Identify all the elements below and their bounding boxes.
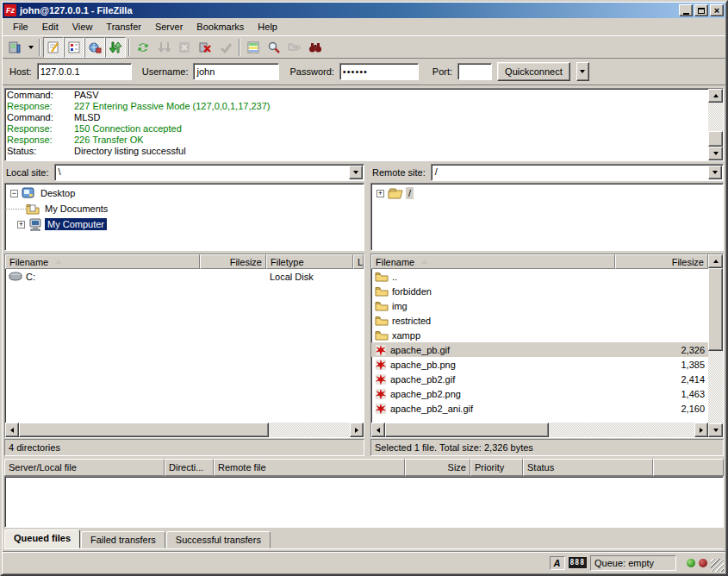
close-button[interactable]: × xyxy=(710,4,724,16)
password-label: Password: xyxy=(289,66,333,77)
remote-file-row[interactable]: img xyxy=(371,298,708,313)
cancel-operation-button[interactable] xyxy=(174,37,195,58)
scroll-left-button[interactable] xyxy=(5,423,19,437)
scrollbar-track[interactable] xyxy=(269,423,350,437)
menu-bookmarks[interactable]: Bookmarks xyxy=(190,20,251,34)
quickconnect-dropdown[interactable] xyxy=(576,62,589,81)
log-vertical-scrollbar[interactable] xyxy=(708,89,723,160)
menu-file[interactable]: File xyxy=(6,20,35,34)
port-input[interactable] xyxy=(457,63,492,80)
local-list-header: Filename Filesize Filetype L xyxy=(5,254,364,269)
tab-queued-files[interactable]: Queued files xyxy=(4,529,80,548)
site-manager-button[interactable] xyxy=(4,37,25,58)
toggle-transfer-queue-button[interactable] xyxy=(105,37,126,58)
column-header-filename[interactable]: Filename xyxy=(371,254,615,269)
scroll-left-button[interactable] xyxy=(371,423,385,437)
local-site-combobox[interactable]: \ xyxy=(54,164,364,181)
scroll-right-button[interactable] xyxy=(350,423,364,437)
filter-button[interactable] xyxy=(305,37,326,58)
column-header-direction[interactable]: Directi... xyxy=(165,459,214,476)
maximize-button[interactable] xyxy=(694,4,708,16)
menu-edit[interactable]: Edit xyxy=(35,20,65,34)
remote-file-row[interactable]: forbidden xyxy=(371,284,708,298)
process-queue-button[interactable] xyxy=(153,37,174,58)
collapse-icon[interactable]: − xyxy=(10,190,18,197)
refresh-button[interactable] xyxy=(133,37,153,58)
expand-icon[interactable]: + xyxy=(17,221,25,229)
column-header-status[interactable]: Status xyxy=(523,459,653,476)
scrollbar-thumb[interactable] xyxy=(708,268,723,351)
username-input[interactable] xyxy=(193,63,279,80)
log-line: Response:226 Transfer OK xyxy=(7,135,706,146)
find-files-button[interactable] xyxy=(264,37,284,58)
local-pane: Local site: \ − Desktop My Documents xyxy=(4,164,364,456)
password-input[interactable] xyxy=(339,63,419,80)
host-input[interactable] xyxy=(37,63,132,80)
expand-icon[interactable]: + xyxy=(376,190,384,197)
scrollbar-track[interactable] xyxy=(708,103,723,131)
tree-item-my-documents[interactable]: My Documents xyxy=(5,201,364,216)
column-header-filename[interactable]: Filename xyxy=(5,254,200,269)
reconnect-button[interactable] xyxy=(215,37,236,58)
site-manager-dropdown[interactable] xyxy=(25,37,36,58)
tab-failed-transfers[interactable]: Failed transfers xyxy=(81,531,165,548)
chevron-down-icon xyxy=(353,171,358,174)
remote-file-row-selected[interactable]: apache_pb.gif 2,326 xyxy=(371,342,708,357)
disconnect-button[interactable] xyxy=(195,37,215,58)
scroll-right-button[interactable] xyxy=(694,423,708,437)
column-header-remote-file[interactable]: Remote file xyxy=(214,459,405,476)
column-header-size[interactable]: Size xyxy=(405,459,470,476)
tab-successful-transfers[interactable]: Successful transfers xyxy=(166,531,271,548)
process-queue-icon xyxy=(157,41,171,54)
scrollbar-thumb[interactable] xyxy=(385,423,549,437)
combo-dropdown-button[interactable] xyxy=(708,166,722,179)
tree-item-root[interactable]: + / xyxy=(371,185,723,201)
remote-file-row[interactable]: .. xyxy=(371,269,708,284)
combo-dropdown-button[interactable] xyxy=(349,166,363,179)
toggle-local-tree-button[interactable] xyxy=(64,37,84,58)
scrollbar-track[interactable] xyxy=(549,423,694,437)
menu-help[interactable]: Help xyxy=(251,20,284,34)
quickconnect-button[interactable]: Quickconnect xyxy=(497,62,570,81)
remote-file-row[interactable]: xampp xyxy=(371,328,708,342)
scrollbar-thumb[interactable] xyxy=(19,423,269,437)
scroll-up-button[interactable] xyxy=(708,89,723,103)
remote-file-row[interactable]: apache_pb2.png 1,463 xyxy=(371,386,708,401)
local-horizontal-scrollbar[interactable] xyxy=(5,423,364,437)
directory-comparison-button[interactable] xyxy=(243,37,264,58)
menu-server[interactable]: Server xyxy=(148,20,190,34)
scrollbar-thumb[interactable] xyxy=(708,131,723,147)
remote-file-row[interactable]: apache_pb2.gif 2,414 xyxy=(371,372,708,386)
scroll-down-button[interactable] xyxy=(708,423,723,437)
column-header-last-modified[interactable]: L xyxy=(353,254,364,269)
column-header-filetype[interactable]: Filetype xyxy=(266,254,353,269)
minimize-button[interactable] xyxy=(679,4,693,16)
titlebar[interactable]: Fz john@127.0.0.1 - FileZilla × xyxy=(3,3,725,18)
remote-vertical-scrollbar[interactable] xyxy=(708,254,723,437)
remote-file-row[interactable]: apache_pb.png 1,385 xyxy=(371,357,708,372)
remote-file-row[interactable]: restricted xyxy=(371,313,708,328)
toolbar-separator xyxy=(39,39,40,56)
synchronized-browsing-button[interactable] xyxy=(284,37,305,58)
column-header-server-local-file[interactable]: Server/Local file xyxy=(4,459,165,476)
transfer-type-indicator-icon[interactable]: A xyxy=(550,556,565,570)
arrow-right-icon xyxy=(355,428,358,433)
remote-file-row[interactable]: apache_pb2_ani.gif 2,160 xyxy=(371,401,708,416)
local-file-row[interactable]: C: Local Disk xyxy=(5,269,364,284)
pane-splitter[interactable] xyxy=(364,164,370,456)
toggle-message-log-button[interactable] xyxy=(43,37,64,58)
toggle-remote-tree-button[interactable] xyxy=(84,37,105,58)
scroll-down-button[interactable] xyxy=(708,147,723,160)
remote-site-combobox[interactable]: / xyxy=(431,164,724,181)
scroll-up-button[interactable] xyxy=(708,254,723,268)
menu-transfer[interactable]: Transfer xyxy=(99,20,148,34)
column-header-filesize[interactable]: Filesize xyxy=(615,254,708,269)
column-header-filesize[interactable]: Filesize xyxy=(200,254,266,269)
menu-view[interactable]: View xyxy=(65,20,100,34)
scrollbar-track[interactable] xyxy=(708,351,723,423)
column-header-priority[interactable]: Priority xyxy=(470,459,523,476)
tree-item-my-computer[interactable]: + My Computer xyxy=(5,216,364,232)
remote-horizontal-scrollbar[interactable] xyxy=(371,423,708,437)
resize-grip[interactable] xyxy=(711,559,724,572)
tree-item-desktop[interactable]: − Desktop xyxy=(5,185,364,201)
